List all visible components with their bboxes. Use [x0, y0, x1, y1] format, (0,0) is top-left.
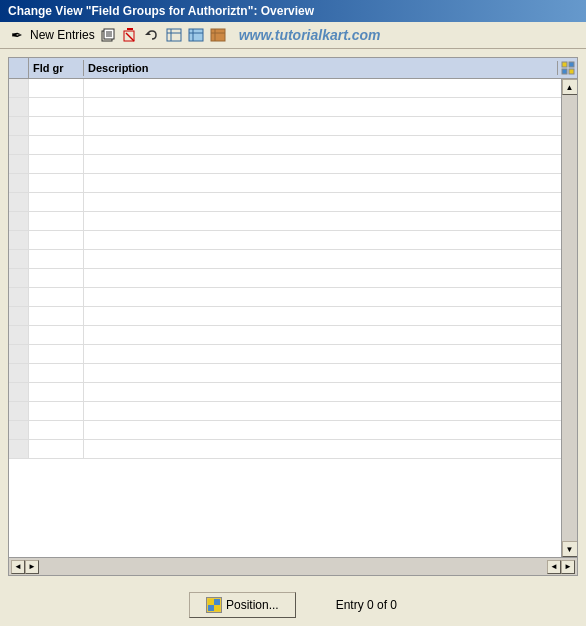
scroll-right-small-button[interactable]: ► — [25, 560, 39, 574]
info-icon[interactable] — [209, 26, 227, 44]
svg-rect-9 — [167, 29, 181, 41]
row-desc — [84, 383, 561, 401]
row-fldgr — [29, 79, 84, 97]
title-bar: Change View "Field Groups for Authoriztn… — [0, 0, 586, 22]
new-entries-label: New Entries — [30, 28, 95, 42]
svg-marker-8 — [145, 32, 151, 35]
row-checkbox[interactable] — [9, 421, 29, 439]
scroll-track[interactable] — [562, 95, 577, 541]
row-checkbox[interactable] — [9, 364, 29, 382]
row-checkbox[interactable] — [9, 269, 29, 287]
table-row — [9, 79, 561, 98]
copy-rows-icon[interactable] — [99, 26, 117, 44]
row-desc — [84, 307, 561, 325]
table-row — [9, 440, 561, 459]
row-checkbox[interactable] — [9, 250, 29, 268]
table-row — [9, 364, 561, 383]
row-fldgr — [29, 174, 84, 192]
row-checkbox[interactable] — [9, 136, 29, 154]
svg-rect-22 — [208, 599, 214, 605]
watermark: www.tutorialkart.com — [239, 27, 381, 43]
row-checkbox[interactable] — [9, 98, 29, 116]
header-description: Description — [84, 60, 557, 76]
row-checkbox[interactable] — [9, 440, 29, 458]
row-checkbox[interactable] — [9, 307, 29, 325]
row-checkbox[interactable] — [9, 212, 29, 230]
svg-line-7 — [126, 33, 134, 41]
pencil-icon[interactable]: ✒ — [8, 26, 26, 44]
vertical-scrollbar[interactable]: ▲ ▼ — [561, 79, 577, 557]
row-desc — [84, 136, 561, 154]
svg-rect-15 — [211, 29, 225, 41]
entry-count: Entry 0 of 0 — [336, 598, 397, 612]
row-fldgr — [29, 364, 84, 382]
row-checkbox[interactable] — [9, 155, 29, 173]
row-checkbox[interactable] — [9, 117, 29, 135]
scroll-left-end-button[interactable]: ◄ — [547, 560, 561, 574]
row-fldgr — [29, 250, 84, 268]
row-desc — [84, 231, 561, 249]
row-fldgr — [29, 269, 84, 287]
scroll-left-button[interactable]: ◄ — [11, 560, 25, 574]
position-button-label: Position... — [226, 598, 279, 612]
footer: Position... Entry 0 of 0 — [0, 584, 586, 626]
content-area: Fld gr Description — [0, 49, 586, 584]
row-desc — [84, 79, 561, 97]
transport1-icon[interactable] — [165, 26, 183, 44]
table-row — [9, 117, 561, 136]
row-fldgr — [29, 440, 84, 458]
row-fldgr — [29, 421, 84, 439]
new-entries-button[interactable]: New Entries — [30, 28, 95, 42]
svg-rect-24 — [208, 605, 214, 611]
main-window: Change View "Field Groups for Authoriztn… — [0, 0, 586, 626]
table-row — [9, 269, 561, 288]
scroll-down-button[interactable]: ▼ — [562, 541, 578, 557]
row-checkbox[interactable] — [9, 174, 29, 192]
row-desc — [84, 402, 561, 420]
row-checkbox[interactable] — [9, 193, 29, 211]
row-desc — [84, 364, 561, 382]
row-fldgr — [29, 193, 84, 211]
row-fldgr — [29, 383, 84, 401]
table-rows — [9, 79, 561, 557]
row-desc — [84, 98, 561, 116]
row-checkbox[interactable] — [9, 345, 29, 363]
row-desc — [84, 345, 561, 363]
header-settings-icon[interactable] — [557, 61, 577, 75]
scroll-up-button[interactable]: ▲ — [562, 79, 578, 95]
table-row — [9, 98, 561, 117]
table-row — [9, 231, 561, 250]
position-button[interactable]: Position... — [189, 592, 296, 618]
table-row — [9, 383, 561, 402]
table-row — [9, 326, 561, 345]
table-row — [9, 307, 561, 326]
row-fldgr — [29, 155, 84, 173]
table-row — [9, 402, 561, 421]
table-row — [9, 193, 561, 212]
row-checkbox[interactable] — [9, 383, 29, 401]
row-fldgr — [29, 212, 84, 230]
row-checkbox[interactable] — [9, 79, 29, 97]
table-body: ▲ ▼ — [9, 79, 577, 557]
window-title: Change View "Field Groups for Authoriztn… — [8, 4, 314, 18]
row-fldgr — [29, 98, 84, 116]
table-row — [9, 174, 561, 193]
table-row — [9, 136, 561, 155]
horiz-scroll-track[interactable] — [39, 561, 547, 573]
scroll-right-end-button[interactable]: ► — [561, 560, 575, 574]
row-fldgr — [29, 231, 84, 249]
position-icon — [206, 597, 222, 613]
row-checkbox[interactable] — [9, 288, 29, 306]
delete-icon[interactable] — [121, 26, 139, 44]
row-checkbox[interactable] — [9, 326, 29, 344]
row-fldgr — [29, 307, 84, 325]
row-desc — [84, 288, 561, 306]
row-desc — [84, 326, 561, 344]
table-container: Fld gr Description — [8, 57, 578, 576]
row-checkbox[interactable] — [9, 402, 29, 420]
table-bottom-bar: ◄ ► ◄ ► — [9, 557, 577, 575]
undo-icon[interactable] — [143, 26, 161, 44]
transport2-icon[interactable] — [187, 26, 205, 44]
row-desc — [84, 269, 561, 287]
row-checkbox[interactable] — [9, 231, 29, 249]
